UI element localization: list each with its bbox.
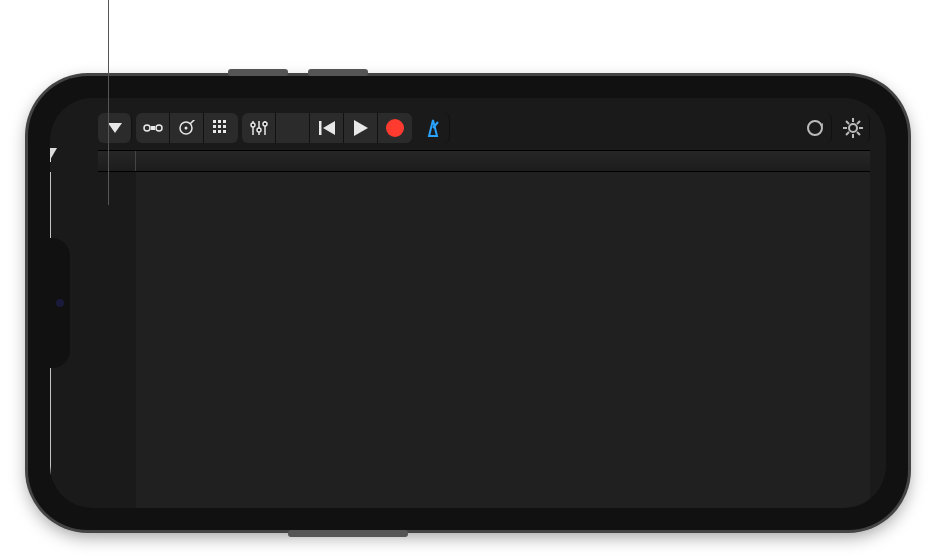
control-bar	[98, 110, 870, 146]
svg-rect-21	[319, 121, 322, 135]
svg-line-30	[846, 121, 849, 124]
svg-point-4	[184, 127, 187, 130]
svg-rect-12	[213, 130, 216, 133]
svg-line-32	[846, 132, 849, 135]
svg-rect-6	[213, 120, 216, 123]
grid-button[interactable]	[204, 113, 238, 143]
track-headers	[98, 172, 136, 508]
svg-rect-7	[218, 120, 221, 123]
instrument-button[interactable]	[170, 113, 204, 143]
view-group	[136, 113, 238, 143]
mixer-button[interactable]	[242, 113, 276, 143]
ruler-corner	[98, 151, 136, 171]
svg-point-25	[849, 124, 857, 132]
svg-line-33	[857, 121, 860, 124]
svg-line-31	[857, 132, 860, 135]
tracks-timeline[interactable]	[136, 172, 870, 508]
settings-button[interactable]	[836, 113, 870, 143]
record-icon	[386, 119, 404, 137]
screen	[50, 98, 886, 508]
fx-button[interactable]	[276, 113, 310, 143]
svg-point-20	[263, 122, 267, 126]
rewind-button[interactable]	[310, 113, 344, 143]
svg-rect-10	[218, 125, 221, 128]
svg-rect-11	[223, 125, 226, 128]
playhead-marker[interactable]	[50, 148, 57, 160]
svg-point-2	[156, 125, 162, 131]
svg-point-0	[144, 125, 150, 131]
device-notch	[50, 238, 70, 368]
device-frame	[28, 76, 908, 530]
tracks-area	[98, 172, 870, 508]
browser-button[interactable]	[98, 113, 132, 143]
volume-up-button	[228, 69, 288, 76]
side-button	[288, 530, 408, 537]
playhead-marker-stem	[50, 148, 51, 162]
svg-rect-14	[223, 130, 226, 133]
svg-line-5	[190, 120, 195, 124]
tracks-view-button[interactable]	[136, 113, 170, 143]
play-button[interactable]	[344, 113, 378, 143]
svg-rect-8	[223, 120, 226, 123]
svg-rect-13	[218, 130, 221, 133]
transport-group	[242, 113, 412, 143]
svg-point-19	[257, 128, 261, 132]
metronome-button[interactable]	[416, 113, 450, 143]
ruler-area[interactable]	[136, 151, 870, 171]
callout-leader-line	[108, 0, 109, 205]
ruler[interactable]	[98, 150, 870, 172]
svg-point-18	[251, 123, 255, 127]
volume-down-button	[308, 69, 368, 76]
svg-rect-1	[151, 126, 155, 130]
loop-button[interactable]	[798, 113, 832, 143]
svg-rect-9	[213, 125, 216, 128]
svg-point-24	[808, 121, 822, 135]
record-button[interactable]	[378, 113, 412, 143]
